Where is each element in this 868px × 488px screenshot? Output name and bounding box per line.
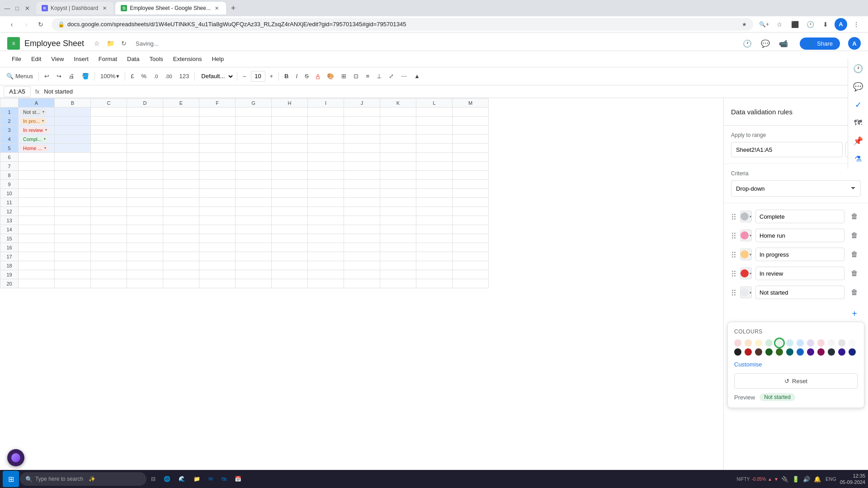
chat-panel-btn[interactable]: 💬 — [850, 79, 866, 95]
cell-f4[interactable] — [199, 135, 236, 144]
row-header-6[interactable]: 6 — [0, 153, 19, 162]
cell-g1[interactable] — [236, 108, 272, 117]
valign-btn[interactable]: ⊥ — [374, 70, 384, 83]
cell-d2[interactable] — [127, 117, 163, 126]
borders-btn[interactable]: ⊞ — [339, 70, 349, 83]
menu-file[interactable]: File — [7, 54, 26, 64]
cell-j2[interactable] — [344, 117, 380, 126]
cell-i3[interactable] — [308, 126, 344, 135]
range-input-field[interactable] — [731, 142, 843, 157]
decrease-font-btn[interactable]: – — [240, 70, 249, 83]
color-btn-home-run[interactable]: ▾ — [740, 230, 752, 241]
cell-l1[interactable] — [416, 108, 453, 117]
criteria-dropdown[interactable]: Drop-down — [731, 180, 861, 197]
cell-c5[interactable] — [91, 144, 127, 153]
row-header-1[interactable]: 1 — [0, 108, 19, 117]
add-validation-item-btn[interactable]: + — [848, 307, 861, 320]
rotate-btn[interactable]: ⤢ — [386, 70, 396, 83]
taskbar-calendar[interactable]: 📅 — [231, 471, 245, 487]
taskbar-task-view[interactable]: ⊟ — [147, 471, 159, 487]
increase-font-btn[interactable]: + — [267, 70, 276, 83]
strikethrough-btn[interactable]: S — [302, 70, 311, 83]
validation-text-home-run[interactable] — [755, 229, 844, 242]
drag-handle-in-progress[interactable] — [731, 251, 736, 258]
cell-k4[interactable] — [380, 135, 416, 144]
taskbar-store[interactable]: 🛍 — [217, 471, 230, 487]
color-swatch[interactable] — [838, 348, 845, 356]
delete-not-started-btn[interactable]: 🗑 — [848, 286, 861, 299]
cell-h3[interactable] — [272, 126, 308, 135]
menu-format[interactable]: Format — [94, 54, 122, 64]
filter-panel-btn[interactable]: ⚗ — [850, 151, 866, 167]
cell-l2[interactable] — [416, 117, 453, 126]
row-header-2[interactable]: 2 — [0, 117, 19, 126]
percent-btn[interactable]: % — [139, 70, 150, 83]
row-header-3[interactable]: 3 — [0, 126, 19, 135]
zoom-btn[interactable]: 🔍+ — [758, 18, 770, 31]
cell-l4[interactable] — [416, 135, 453, 144]
cell-c3[interactable] — [91, 126, 127, 135]
tab-kopyst[interactable]: K Kopyst | Dashboard ✕ — [36, 2, 113, 14]
refresh-btn[interactable]: ↻ — [34, 18, 47, 31]
cell-e1[interactable] — [163, 108, 199, 117]
color-btn-complete[interactable]: ▾ — [740, 211, 752, 222]
cell-d5[interactable] — [127, 144, 163, 153]
delete-complete-btn[interactable]: 🗑 — [848, 210, 861, 223]
row-header-4[interactable]: 4 — [0, 135, 19, 144]
taskbar-file-explorer[interactable]: 📁 — [190, 471, 204, 487]
cell-a2[interactable]: In pro...▾ — [19, 117, 55, 126]
drag-handle-home-run[interactable] — [731, 232, 736, 239]
color-swatch[interactable] — [734, 339, 741, 347]
col-header-g[interactable]: G — [236, 99, 272, 108]
paint-format-btn[interactable]: 🪣 — [79, 70, 92, 83]
color-swatch[interactable] — [776, 348, 783, 356]
forward-btn[interactable]: › — [20, 18, 33, 31]
col-header-m[interactable]: M — [453, 99, 489, 108]
back-btn[interactable]: ‹ — [5, 18, 18, 31]
validation-panel-btn[interactable]: ✓ — [850, 97, 866, 113]
system-clock[interactable]: 12:35 05-09-2024 — [840, 473, 865, 486]
cell-g2[interactable] — [236, 117, 272, 126]
taskbar-chrome-app[interactable]: 🌐 — [160, 471, 174, 487]
col-header-k[interactable]: K — [380, 99, 416, 108]
cell-m2[interactable] — [453, 117, 489, 126]
cell-m1[interactable] — [453, 108, 489, 117]
cell-b2[interactable] — [55, 117, 91, 126]
cell-d4[interactable] — [127, 135, 163, 144]
more-formats-btn[interactable]: 123 — [177, 70, 192, 83]
cell-c2[interactable] — [91, 117, 127, 126]
validation-text-in-progress[interactable] — [755, 248, 844, 261]
cell-i4[interactable] — [308, 135, 344, 144]
cell-e5[interactable] — [163, 144, 199, 153]
search-menus-btn[interactable]: 🔍 Menus — [4, 70, 36, 83]
color-swatch[interactable] — [807, 348, 814, 356]
color-swatch[interactable] — [849, 339, 856, 347]
cell-f3[interactable] — [199, 126, 236, 135]
cell-j1[interactable] — [344, 108, 380, 117]
col-header-h[interactable]: H — [272, 99, 308, 108]
history-panel-btn[interactable]: 🕐 — [850, 61, 866, 77]
cell-e2[interactable] — [163, 117, 199, 126]
menu-help[interactable]: Help — [207, 54, 228, 64]
color-btn-in-progress[interactable]: ▾ — [740, 249, 752, 260]
cell-h4[interactable] — [272, 135, 308, 144]
chat-icon-btn[interactable]: 💬 — [758, 36, 773, 51]
color-btn-not-started[interactable]: ▾ — [740, 286, 752, 298]
autosave-btn[interactable]: ↻ — [118, 38, 129, 49]
cell-f5[interactable] — [199, 144, 236, 153]
menu-view[interactable]: View — [47, 54, 68, 64]
menu-btn[interactable]: ⋮ — [850, 18, 863, 31]
tab-sheets[interactable]: S Employee Sheet - Google Shee... ✕ — [115, 2, 226, 14]
cell-c4[interactable] — [91, 135, 127, 144]
menu-extensions[interactable]: Extensions — [169, 54, 207, 64]
color-swatch[interactable] — [745, 348, 752, 356]
history-btn[interactable]: 🕐 — [804, 18, 816, 31]
meet-icon-btn[interactable]: 📹 — [776, 36, 791, 51]
color-swatch[interactable] — [797, 339, 804, 347]
decrease-decimal-btn[interactable]: .0 — [151, 70, 160, 83]
color-swatch[interactable] — [765, 339, 773, 347]
cell-f1[interactable] — [199, 108, 236, 117]
url-bar[interactable]: 🔒 docs.google.com/spreadsheets/d/1W4eUTI… — [52, 18, 753, 31]
kopyst-tab-close[interactable]: ✕ — [101, 5, 108, 12]
cell-a3[interactable]: In review▾ — [19, 126, 55, 135]
